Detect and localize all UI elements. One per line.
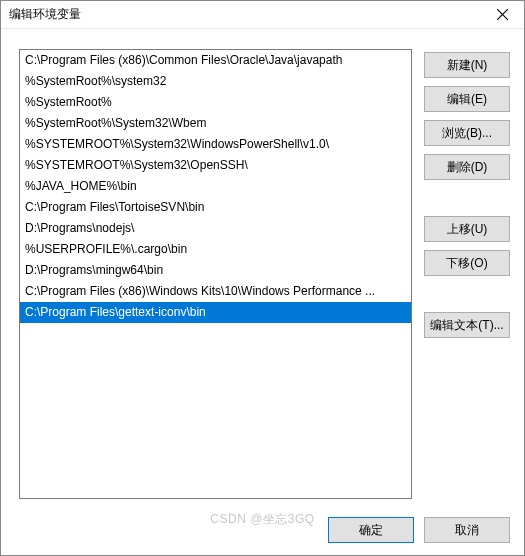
footer-buttons: 确定 取消 (1, 507, 524, 555)
list-item[interactable]: C:\Program Files (x86)\Windows Kits\10\W… (20, 281, 411, 302)
list-item[interactable]: C:\Program Files\gettext-iconv\bin (20, 302, 411, 323)
move-down-button[interactable]: 下移(O) (424, 250, 510, 276)
path-listbox[interactable]: C:\Program Files (x86)\Common Files\Orac… (19, 49, 412, 499)
list-item[interactable]: %JAVA_HOME%\bin (20, 176, 411, 197)
list-item[interactable]: %SystemRoot% (20, 92, 411, 113)
list-item[interactable]: %SYSTEMROOT%\System32\WindowsPowerShell\… (20, 134, 411, 155)
list-item[interactable]: %SystemRoot%\system32 (20, 71, 411, 92)
list-item[interactable]: D:\Programs\mingw64\bin (20, 260, 411, 281)
dialog-window: 编辑环境变量 C:\Program Files (x86)\Common Fil… (0, 0, 525, 556)
close-icon (497, 9, 508, 20)
edit-text-button[interactable]: 编辑文本(T)... (424, 312, 510, 338)
list-item[interactable]: %SYSTEMROOT%\System32\OpenSSH\ (20, 155, 411, 176)
browse-button[interactable]: 浏览(B)... (424, 120, 510, 146)
cancel-button[interactable]: 取消 (424, 517, 510, 543)
list-item[interactable]: %USERPROFILE%\.cargo\bin (20, 239, 411, 260)
content-area: C:\Program Files (x86)\Common Files\Orac… (1, 29, 524, 507)
move-up-button[interactable]: 上移(U) (424, 216, 510, 242)
ok-button[interactable]: 确定 (328, 517, 414, 543)
delete-button[interactable]: 删除(D) (424, 154, 510, 180)
titlebar: 编辑环境变量 (1, 1, 524, 29)
edit-button[interactable]: 编辑(E) (424, 86, 510, 112)
window-title: 编辑环境变量 (9, 6, 480, 23)
side-buttons: 新建(N) 编辑(E) 浏览(B)... 删除(D) 上移(U) 下移(O) 编… (424, 49, 510, 497)
close-button[interactable] (480, 1, 524, 29)
new-button[interactable]: 新建(N) (424, 52, 510, 78)
list-item[interactable]: %SystemRoot%\System32\Wbem (20, 113, 411, 134)
list-item[interactable]: D:\Programs\nodejs\ (20, 218, 411, 239)
list-item[interactable]: C:\Program Files (x86)\Common Files\Orac… (20, 50, 411, 71)
list-item[interactable]: C:\Program Files\TortoiseSVN\bin (20, 197, 411, 218)
